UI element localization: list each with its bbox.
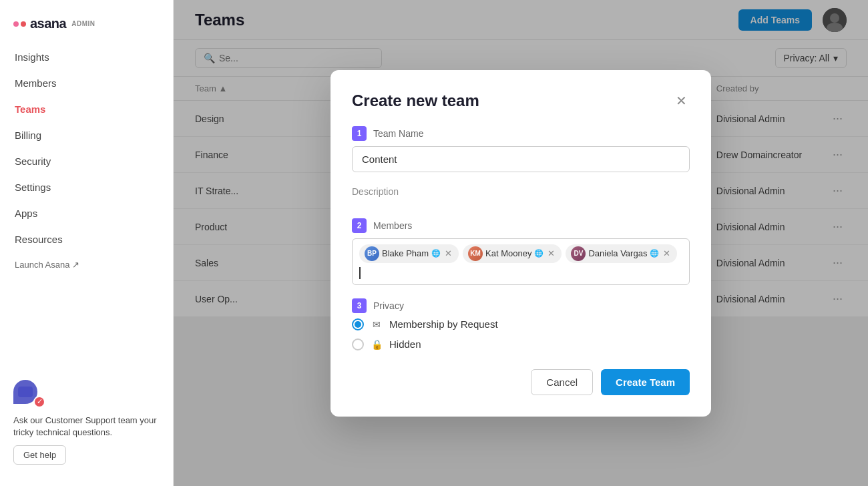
privacy-section: 3 Privacy ✉ Membership by Request 🔒 [352,298,690,350]
member-tag-daniela: DV Daniela Vargas 🌐 ✕ [566,244,677,263]
globe-icon-daniela: 🌐 [650,249,659,258]
privacy-header: 3 Privacy [352,298,690,313]
asana-wordmark: asana [30,16,66,31]
team-name-input[interactable] [352,146,690,172]
member-avatar-blake: BP [365,246,379,261]
radio-membership [352,318,364,330]
support-check-badge: ✓ [33,396,45,408]
admin-badge: ADMIN [71,20,95,27]
member-name-kat: Kat Mooney [485,248,531,258]
member-avatar-daniela: DV [571,246,586,261]
cancel-button[interactable]: Cancel [531,369,593,395]
asana-logo: asana ADMIN [13,16,95,31]
privacy-option-hidden[interactable]: 🔒 Hidden [352,338,690,350]
privacy-hidden-label: Hidden [389,338,421,350]
description-link[interactable]: Description [352,186,399,197]
modal-title: Create new team [352,91,479,110]
dot-red [21,21,26,27]
sidebar-bottom: ✓ Ask our Customer Support team your tri… [0,369,173,475]
sidebar-item-insights[interactable]: Insights [5,45,168,69]
modal-overlay: Create new team ✕ 1 Team Name Descriptio… [174,0,868,486]
member-avatar-kat: KM [468,246,483,261]
sidebar: asana ADMIN Insights Members Teams Billi… [0,0,174,486]
step2-badge: 2 [352,218,367,233]
privacy-option-membership[interactable]: ✉ Membership by Request [352,318,690,330]
members-header: 2 Members [352,218,690,233]
create-team-button[interactable]: Create Team [601,369,690,395]
create-team-modal: Create new team ✕ 1 Team Name Descriptio… [331,70,711,417]
sidebar-item-apps[interactable]: Apps [5,201,168,226]
step1-badge: 1 [352,126,367,141]
dot-pink [13,21,19,27]
sidebar-nav: Insights Members Teams Billing Security … [0,45,173,369]
get-help-button[interactable]: Get help [13,445,66,465]
radio-hidden [352,338,364,350]
radio-inner-membership [355,321,361,328]
text-cursor [359,267,361,279]
sidebar-item-billing[interactable]: Billing [5,123,168,148]
privacy-label: Privacy [373,300,404,311]
sidebar-item-settings[interactable]: Settings [5,175,168,200]
remove-member-blake[interactable]: ✕ [443,248,453,258]
modal-footer: Cancel Create Team [352,369,690,395]
remove-member-daniela[interactable]: ✕ [662,248,672,258]
support-text: Ask our Customer Support team your trick… [13,415,160,439]
team-name-label: Team Name [373,128,423,139]
lock-icon: 🔒 [371,338,383,350]
step3-badge: 3 [352,298,367,313]
globe-icon-kat: 🌐 [534,249,544,258]
members-input[interactable]: BP Blake Pham 🌐 ✕ KM Kat Mooney 🌐 ✕ [352,238,690,285]
launch-asana-link[interactable]: Launch Asana ↗ [5,253,168,276]
support-illustration: ✓ [13,380,160,409]
remove-member-kat[interactable]: ✕ [546,248,556,258]
member-name-blake: Blake Pham [382,248,429,258]
members-label: Members [373,220,412,231]
asana-dots [13,21,26,27]
sidebar-item-resources[interactable]: Resources [5,227,168,252]
sidebar-item-teams[interactable]: Teams [5,97,168,121]
support-bubble-inner [18,387,33,397]
envelope-icon: ✉ [371,318,383,330]
privacy-membership-label: Membership by Request [389,318,498,330]
member-name-daniela: Daniela Vargas [588,248,647,258]
privacy-options: ✉ Membership by Request 🔒 Hidden [352,318,690,350]
member-tag-blake: BP Blake Pham 🌐 ✕ [359,244,459,263]
members-section: 2 Members BP Blake Pham 🌐 ✕ KM Kat Moone… [352,218,690,285]
modal-close-button[interactable]: ✕ [673,91,690,110]
main-content: Teams Add Teams 🔍 Privacy: All ▾ Team ▲ [174,0,868,486]
sidebar-item-members[interactable]: Members [5,71,168,95]
sidebar-logo: asana ADMIN [0,11,173,45]
member-tag-kat: KM Kat Mooney 🌐 ✕ [463,244,562,263]
team-name-header: 1 Team Name [352,126,690,141]
modal-header: Create new team ✕ [352,91,690,110]
description-section: Description [352,186,690,208]
globe-icon-blake: 🌐 [431,249,441,258]
team-name-section: 1 Team Name [352,126,690,172]
sidebar-item-security[interactable]: Security [5,149,168,174]
